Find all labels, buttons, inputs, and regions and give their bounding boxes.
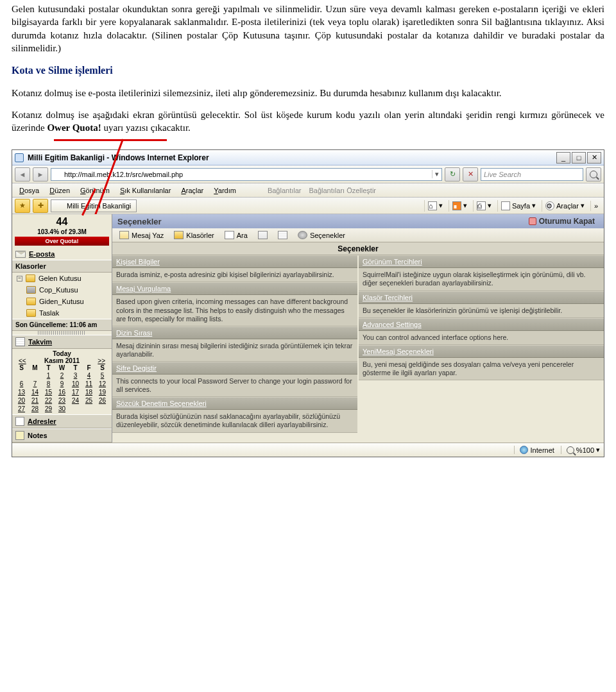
opt-sifre[interactable]: Sifre Degistir [112,362,357,375]
opt-advanced[interactable]: Advanced Settings [359,318,604,331]
options-grid: Kişisel BilgilerBurada isminiz, e-posta … [112,255,604,432]
tree-toggle-icon[interactable]: − [17,276,22,282]
addr-tb-button[interactable] [253,230,272,241]
folder-icon [26,286,36,294]
cal-day[interactable]: 7 [28,380,42,388]
cal-day[interactable]: 8 [42,380,55,388]
cal-next[interactable]: >> [98,357,105,364]
cal-day[interactable]: 17 [69,388,82,396]
search-box[interactable]: Live Search [481,168,583,181]
heading-kota: Kota ve Silme işlemleri [12,63,604,78]
zoom-dropdown-icon[interactable]: ▾ [596,446,600,454]
favorites-star-icon[interactable]: ★ [15,199,30,213]
cal-day[interactable]: 23 [55,396,69,405]
opt-sozcuk[interactable]: Sözcük Denetim Seçenekleri [112,397,357,410]
opt-vurgulama[interactable]: Mesaj Vurgulama [112,282,357,295]
opt-klasor[interactable]: Klasör Tercihleri [359,291,604,304]
cal-day[interactable]: 14 [28,388,42,396]
home-button[interactable]: ⌂▾ [424,200,446,212]
menu-araclar[interactable]: Araçlar [176,185,208,196]
folder-cop[interactable]: Cop_Kutusu [12,284,112,296]
opt-kisisel[interactable]: Kişisel Bilgiler [112,255,357,268]
page-button[interactable]: Sayfa ▾ [497,200,539,212]
search-go-button[interactable] [586,167,601,181]
menu-sik[interactable]: Sık Kullanılanlar [116,185,176,196]
print-button[interactable]: ⎙▾ [473,200,495,212]
add-favorites-icon[interactable]: ✚ [33,199,48,213]
menu-duzen[interactable]: Düzen [45,185,74,196]
adresler-header[interactable]: Adresler [12,414,112,428]
forward-button[interactable]: ► [33,167,48,181]
gear-icon: ⚙ [545,201,554,210]
links-customize[interactable]: Bağlantıları Özelleştir [309,187,376,194]
compose-icon [119,231,129,239]
cal-day[interactable]: 28 [28,405,42,413]
cal-day[interactable]: 4 [82,371,96,380]
back-button[interactable]: ◄ [15,167,30,181]
cal-day[interactable]: 1 [42,371,55,380]
eposta-link[interactable]: E-posta [12,248,112,260]
refresh-button[interactable]: ↻ [445,167,460,181]
cal-day[interactable]: 18 [82,388,96,396]
ara-button[interactable]: Ara [220,230,252,241]
cal-day[interactable]: 25 [82,396,96,405]
quota-bar: Over Quota! [15,237,109,246]
zoom-indicator[interactable]: %100 ▾ [561,446,600,454]
cal-day[interactable]: 12 [96,380,109,388]
cal-day[interactable]: 26 [96,396,109,405]
cal-day[interactable]: 29 [42,405,55,413]
browser-tab[interactable]: Milli Egitim Bakanligi [51,199,137,212]
cal-day[interactable]: 13 [15,388,28,396]
quota-text: 103.4% of 29.3M [12,228,112,236]
menu-yardim[interactable]: Yardım [209,185,241,196]
secenekler-button[interactable]: Seçenekler [293,230,350,241]
takvim-header[interactable]: Takvim [12,335,112,349]
cal-day[interactable]: 24 [69,396,82,405]
folder-giden[interactable]: Giden_Kutusu [12,296,112,307]
magnifier-icon [567,446,574,454]
cal-day[interactable]: 2 [55,371,69,380]
folder-gelen[interactable]: − Gelen Kutusu [12,273,112,284]
tools-button[interactable]: ⚙Araçlar ▾ [542,200,588,212]
opt-vurgulama-desc: Based upon given criteria, incoming mess… [112,295,357,326]
cal-tb-button[interactable] [273,230,292,241]
cal-day[interactable]: 9 [55,380,69,388]
logout-button[interactable]: Oturumu Kapat [525,216,599,226]
feeds-button[interactable]: ∎▾ [449,200,470,212]
zone-indicator[interactable]: Internet [514,446,554,454]
cal-day[interactable]: 6 [15,380,28,388]
cal-day[interactable]: 5 [96,371,109,380]
maximize-button[interactable]: □ [572,152,586,164]
cal-day[interactable]: 10 [69,380,82,388]
opt-dizin[interactable]: Dizin Sırası [112,326,357,339]
cal-day[interactable]: 27 [15,405,28,413]
notes-header[interactable]: Notes [12,428,112,443]
opt-yenimesaj[interactable]: YeniMesaj Seçenekleri [359,345,604,358]
cal-day[interactable]: 30 [55,405,69,413]
cal-day[interactable]: 15 [42,388,55,396]
cal-day [28,371,42,380]
folder-taslak[interactable]: Taslak [12,307,112,319]
stop-button[interactable]: ✕ [463,167,478,181]
cal-day[interactable]: 11 [82,380,96,388]
cal-prev[interactable]: << [19,357,26,364]
mesaj-yaz-button[interactable]: Mesaj Yaz [115,230,168,241]
page-icon2 [501,201,510,210]
cal-month: Kasım 2011 [44,357,80,364]
cal-day[interactable]: 16 [55,388,69,396]
url-dropdown-icon[interactable]: ▾ [432,170,439,178]
folder-icon [26,298,36,305]
url-input[interactable] [64,171,429,178]
folder-icon [26,274,35,282]
chevron-button[interactable]: » [590,201,601,211]
minimize-button[interactable]: _ [556,152,570,164]
cal-day[interactable]: 19 [96,388,109,396]
opt-gorunum[interactable]: Görünüm Tercihleri [359,255,604,268]
cal-day[interactable]: 3 [69,371,82,380]
close-button[interactable]: ✕ [587,152,601,164]
cal-day[interactable]: 20 [15,396,28,405]
cal-day[interactable]: 21 [28,396,42,405]
klasorler-button[interactable]: Klasörler [169,230,218,241]
cal-day[interactable]: 22 [42,396,55,405]
menu-dosya[interactable]: Dosya [15,185,44,196]
